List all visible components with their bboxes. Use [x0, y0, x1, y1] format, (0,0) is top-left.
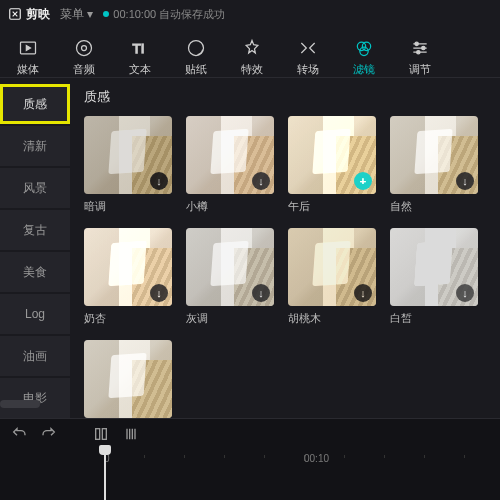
svg-text:TI: TI	[133, 41, 145, 56]
timeline-redo-button[interactable]	[36, 422, 62, 446]
filter-thumbnail: ↓	[84, 116, 172, 194]
sidebar-item-food[interactable]: 美食	[0, 252, 70, 292]
filter-thumbnail: ↓	[84, 228, 172, 306]
sidebar-item-fresh[interactable]: 清新	[0, 126, 70, 166]
download-icon[interactable]: ↓	[150, 284, 168, 302]
tick-label-1: 00:10	[304, 453, 329, 464]
filter-card-hutaomu[interactable]: ↓胡桃木	[288, 228, 376, 326]
media-icon	[17, 37, 39, 59]
filter-label: 胡桃木	[288, 311, 376, 326]
add-icon[interactable]: +	[354, 172, 372, 190]
download-icon[interactable]: ↓	[150, 172, 168, 190]
filter-card-baixi[interactable]: ↓白皙	[390, 228, 478, 326]
download-icon[interactable]: ↓	[456, 284, 474, 302]
adjust-icon	[409, 37, 431, 59]
filter-thumbnail: ↓	[390, 228, 478, 306]
filter-thumbnail: ↓	[186, 116, 274, 194]
sidebar-item-painting[interactable]: 油画	[0, 336, 70, 376]
toolbar-tab-audio[interactable]: 音频	[66, 31, 102, 77]
toolbar-tab-sticker[interactable]: 贴纸	[178, 31, 214, 77]
filter-label: 暗调	[84, 199, 172, 214]
filter-category-sidebar: 质感清新风景复古美食Log油画电影	[0, 78, 70, 418]
toolbar-tab-adjust[interactable]: 调节	[402, 31, 438, 77]
filter-thumbnail: ↓	[390, 116, 478, 194]
svg-point-7	[362, 42, 370, 50]
svg-point-2	[77, 41, 92, 56]
sticker-icon	[185, 37, 207, 59]
svg-point-10	[422, 46, 425, 49]
sidebar-item-scenery[interactable]: 风景	[0, 168, 70, 208]
menu-dropdown[interactable]: 菜单 ▾	[60, 6, 93, 23]
top-toolbar: 媒体音频TI文本贴纸特效转场滤镜调节	[0, 28, 500, 78]
filter-label: 灰调	[186, 311, 274, 326]
svg-point-8	[360, 47, 368, 55]
download-icon[interactable]: ↓	[354, 284, 372, 302]
download-icon[interactable]: ↓	[252, 172, 270, 190]
filter-card-antian[interactable]: ↓暗调	[84, 116, 172, 214]
toolbar-tab-filter[interactable]: 滤镜	[346, 31, 382, 77]
status-dot-icon	[103, 11, 109, 17]
audio-icon	[73, 37, 95, 59]
toolbar-tab-media[interactable]: 媒体	[10, 31, 46, 77]
app-logo: 剪映	[8, 6, 50, 23]
filter-card-wuhou[interactable]: +午后	[288, 116, 376, 214]
playhead[interactable]	[104, 449, 106, 500]
filter-grid: ↓暗调↓小樽+午后↓自然↓奶杏↓灰调↓胡桃木↓白皙	[84, 116, 490, 418]
filter-card-naixing[interactable]: ↓奶杏	[84, 228, 172, 326]
scrollbar-thumb[interactable]	[0, 400, 40, 408]
svg-point-11	[417, 51, 420, 54]
filter-label: 白皙	[390, 311, 478, 326]
autosave-status: 00:10:00 自动保存成功	[103, 7, 225, 22]
toolbar-tab-effect[interactable]: 特效	[234, 31, 270, 77]
timeline-undo-button[interactable]	[6, 422, 32, 446]
main-area: 质感清新风景复古美食Log油画电影 质感 ↓暗调↓小樽+午后↓自然↓奶杏↓灰调↓…	[0, 78, 500, 418]
title-bar: 剪映 菜单 ▾ 00:10:00 自动保存成功	[0, 0, 500, 28]
filter-thumbnail: +	[288, 116, 376, 194]
app-name: 剪映	[26, 6, 50, 23]
timeline-cut-button[interactable]	[118, 422, 144, 446]
sidebar-item-movie[interactable]: 电影	[0, 378, 70, 418]
timeline-ruler[interactable]: 0 00:10	[84, 455, 500, 471]
filter-label: 自然	[390, 199, 478, 214]
filter-card-huitiao[interactable]: ↓灰调	[186, 228, 274, 326]
sidebar-item-quality[interactable]: 质感	[0, 84, 70, 124]
svg-rect-12	[96, 429, 100, 440]
toolbar-tab-trans[interactable]: 转场	[290, 31, 326, 77]
download-icon[interactable]: ↓	[252, 284, 270, 302]
timeline-split-button[interactable]	[88, 422, 114, 446]
text-icon: TI	[129, 37, 151, 59]
filter-thumbnail: ↓	[186, 228, 274, 306]
filter-label: 小樽	[186, 199, 274, 214]
sidebar-item-retro[interactable]: 复古	[0, 210, 70, 250]
svg-point-3	[82, 46, 87, 51]
filter-card-ziran[interactable]: ↓自然	[390, 116, 478, 214]
filter-card-xiaozun[interactable]: ↓小樽	[186, 116, 274, 214]
timeline-toolbar	[0, 419, 500, 449]
horizontal-scrollbar[interactable]	[0, 400, 500, 408]
svg-rect-13	[102, 429, 106, 440]
filter-icon	[353, 37, 375, 59]
filter-thumbnail: ↓	[288, 228, 376, 306]
section-title: 质感	[84, 88, 490, 106]
logo-icon	[8, 7, 22, 21]
filter-label: 奶杏	[84, 311, 172, 326]
download-icon[interactable]: ↓	[456, 172, 474, 190]
filter-label: 午后	[288, 199, 376, 214]
trans-icon	[297, 37, 319, 59]
svg-point-9	[415, 42, 418, 45]
sidebar-item-log[interactable]: Log	[0, 294, 70, 334]
effect-icon	[241, 37, 263, 59]
timeline-panel: 0 00:10	[0, 418, 500, 500]
toolbar-tab-text[interactable]: TI文本	[122, 31, 158, 77]
filter-content: 质感 ↓暗调↓小樽+午后↓自然↓奶杏↓灰调↓胡桃木↓白皙	[70, 78, 500, 418]
